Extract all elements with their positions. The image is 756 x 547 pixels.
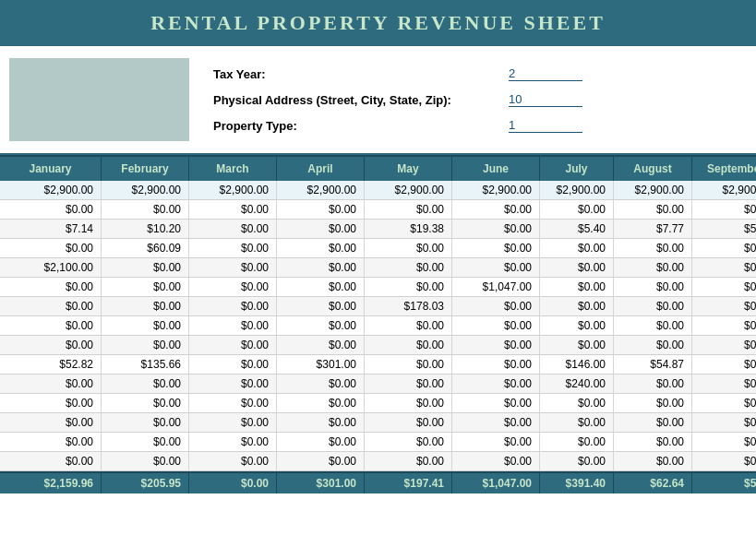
table-cell: $0.00 — [189, 258, 277, 277]
table-cell: $0.00 — [614, 297, 692, 315]
table-row: $0.00$0.00$0.00$0.00$0.00$0.00$0.00$0.00… — [0, 200, 756, 220]
property-type-label: Property Type: — [213, 119, 509, 133]
table-cell: $2,100.00 — [0, 258, 102, 277]
table-cell: $0.00 — [614, 452, 692, 470]
total-jul: $391.40 — [540, 473, 614, 493]
table-cell: $0.00 — [452, 433, 540, 451]
income-row: $2,900.00 $2,900.00 $2,900.00 $2,900.00 … — [0, 181, 756, 200]
table-cell: $0.00 — [692, 413, 756, 432]
income-feb: $2,900.00 — [102, 181, 189, 199]
table-cell: $0.00 — [452, 452, 540, 470]
total-jan: $2,159.96 — [0, 473, 102, 493]
table-cell: $0.00 — [277, 239, 365, 257]
table-header: January February March April May June Ju… — [0, 155, 756, 181]
table-row: $0.00$0.00$0.00$0.00$0.00$0.00$0.00$0.00… — [0, 336, 756, 355]
table-cell: $0.00 — [0, 336, 102, 354]
table-cell: $0.00 — [540, 316, 614, 335]
table-cell: $0.00 — [452, 258, 540, 277]
col-june: June — [452, 157, 540, 181]
table-cell: $0.00 — [102, 258, 189, 277]
table-cell: $0.00 — [277, 220, 365, 238]
table-cell: $0.00 — [102, 375, 189, 393]
table-cell: $0.00 — [0, 433, 102, 451]
property-type-value: 1 — [509, 118, 582, 133]
table-cell: $0.00 — [614, 394, 692, 412]
table-row: $0.00$0.00$0.00$0.00$178.03$0.00$0.00$0.… — [0, 297, 756, 316]
table-cell: $0.00 — [189, 433, 277, 451]
table-cell: $0.00 — [692, 200, 756, 219]
table-row: $0.00$0.00$0.00$0.00$0.00$0.00$0.00$0.00… — [0, 316, 756, 336]
income-apr: $2,900.00 — [277, 181, 365, 199]
table-cell: $0.00 — [189, 413, 277, 432]
table-cell: $0.00 — [0, 375, 102, 393]
table-cell: $0.00 — [102, 413, 189, 432]
table-cell: $0.00 — [692, 452, 756, 470]
table-cell: $146.00 — [540, 355, 614, 374]
col-april: April — [277, 157, 365, 181]
table-cell: $0.00 — [692, 394, 756, 412]
table-cell: $5.00 — [692, 220, 756, 238]
table-row: $0.00$0.00$0.00$0.00$0.00$0.00$240.00$0.… — [0, 375, 756, 394]
table-cell: $0.00 — [614, 258, 692, 277]
table-cell: $0.00 — [614, 413, 692, 432]
table-cell: $0.00 — [614, 239, 692, 257]
table-cell: $178.03 — [365, 297, 452, 315]
tax-year-value: 2 — [509, 66, 582, 81]
table-cell: $0.00 — [540, 394, 614, 412]
table-cell: $0.00 — [365, 413, 452, 432]
table-cell: $0.00 — [692, 316, 756, 335]
table-cell: $0.00 — [0, 452, 102, 470]
table-cell: $0.00 — [614, 278, 692, 296]
table-cell: $0.00 — [452, 200, 540, 219]
table-row: $2,100.00$0.00$0.00$0.00$0.00$0.00$0.00$… — [0, 258, 756, 278]
table-cell: $0.00 — [277, 452, 365, 470]
logo-area — [9, 58, 189, 141]
income-mar: $2,900.00 — [189, 181, 277, 199]
table-cell: $0.00 — [0, 278, 102, 296]
income-may: $2,900.00 — [365, 181, 452, 199]
table-cell: $54.87 — [614, 355, 692, 374]
total-aug: $62.64 — [614, 473, 692, 493]
table-cell: $301.00 — [277, 355, 365, 374]
table-cell: $135.66 — [102, 355, 189, 374]
table-cell: $0.00 — [365, 316, 452, 335]
table-cell: $0.00 — [189, 297, 277, 315]
table-cell: $0.00 — [540, 452, 614, 470]
table-row: $0.00$60.09$0.00$0.00$0.00$0.00$0.00$0.0… — [0, 239, 756, 258]
table-cell: $0.00 — [277, 433, 365, 451]
table-cell: $0.00 — [277, 316, 365, 335]
table-cell: $240.00 — [540, 375, 614, 393]
table-cell: $0.00 — [189, 375, 277, 393]
total-row: $2,159.96 $205.95 $0.00 $301.00 $197.41 … — [0, 471, 756, 493]
table-cell: $60.09 — [102, 239, 189, 257]
table-cell: $0.00 — [452, 239, 540, 257]
table-cell: $0.00 — [614, 200, 692, 219]
total-mar: $0.00 — [189, 473, 277, 493]
table-cell: $0.00 — [692, 239, 756, 257]
col-january: January — [0, 157, 102, 181]
table-cell: $0.00 — [540, 297, 614, 315]
table-cell: $0.00 — [0, 239, 102, 257]
table-cell: $0.00 — [365, 200, 452, 219]
table-row: $0.00$0.00$0.00$0.00$0.00$1,047.00$0.00$… — [0, 278, 756, 297]
table-cell: $0.00 — [0, 200, 102, 219]
table-cell: $0.00 — [189, 355, 277, 374]
table-cell: $0.00 — [692, 258, 756, 277]
table-cell: $0.00 — [365, 355, 452, 374]
table-cell: $0.00 — [102, 433, 189, 451]
table-cell: $0.00 — [692, 375, 756, 393]
table-row: $52.82$135.66$0.00$301.00$0.00$0.00$146.… — [0, 355, 756, 375]
table-cell: $0.00 — [692, 336, 756, 354]
table-cell: $0.00 — [0, 297, 102, 315]
table-cell: $0.00 — [540, 200, 614, 219]
table-cell: $0.00 — [365, 258, 452, 277]
income-sep: $2,900.00 — [692, 181, 756, 199]
table-cell: $0.00 — [614, 375, 692, 393]
table-cell: $10.20 — [102, 220, 189, 238]
table-cell: $0.00 — [540, 433, 614, 451]
col-march: March — [189, 157, 277, 181]
table-cell: $0.00 — [277, 336, 365, 354]
table-cell: $0.00 — [452, 297, 540, 315]
table-cell: $0.00 — [540, 278, 614, 296]
table-row: $7.14$10.20$0.00$0.00$19.38$0.00$5.40$7.… — [0, 220, 756, 239]
